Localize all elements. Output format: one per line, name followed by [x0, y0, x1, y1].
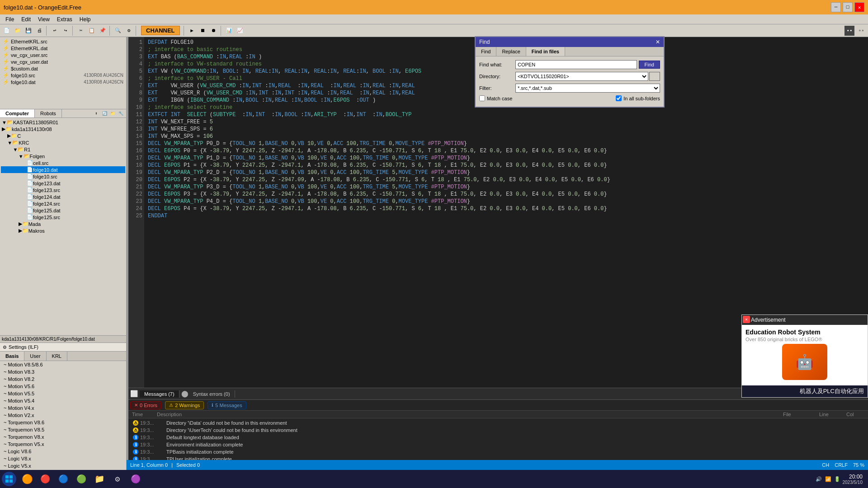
tree-item[interactable]: 📄 folge10.src: [1, 173, 125, 180]
file-item[interactable]: ⚡folge10.dat4130R08 AU426CN: [1, 79, 125, 85]
settings-item[interactable]: ~ Torquemon V8.6: [0, 419, 126, 426]
tab-messages[interactable]: Messages (7): [140, 390, 179, 398]
settings-tab-krl[interactable]: KRL: [47, 352, 67, 361]
file-item[interactable]: ⚡vw_cgx_user.src: [1, 52, 125, 58]
message-row[interactable]: ℹ19:3...Default longtext database loaded: [129, 434, 867, 441]
file-item[interactable]: ⚡vw_cgx_user.dat: [1, 58, 125, 65]
filter-select[interactable]: *.src,*.dat,*.sub: [515, 84, 660, 93]
find-tab-find[interactable]: Find: [476, 47, 496, 56]
tree-item[interactable]: ▶ 📁 Makros: [1, 227, 125, 234]
warnings-badge[interactable]: ⚠ 2 Warnings: [165, 401, 204, 409]
taskbar-item1[interactable]: 🟠: [18, 470, 36, 488]
settings-item[interactable]: ~ Motion V4.x: [0, 404, 126, 412]
settings-tab-user[interactable]: User: [24, 352, 46, 361]
tree-item[interactable]: ▼ 📂 R1: [1, 146, 125, 153]
ad-close-button[interactable]: ✕: [743, 316, 750, 323]
new-button[interactable]: 📄: [2, 26, 12, 36]
errors-badge[interactable]: ✕ 0 Errors: [130, 401, 161, 409]
tb-btn-extra2[interactable]: ⏹: [198, 26, 208, 36]
print-button[interactable]: 🖨: [34, 26, 44, 36]
taskbar-item6[interactable]: ⚙: [108, 470, 127, 488]
tree-item[interactable]: 📄 folge124.dat: [1, 193, 125, 200]
tb-btn-extra5[interactable]: 📈: [235, 26, 245, 36]
tree-item[interactable]: ▼ 📂 KRC: [1, 139, 125, 146]
subfolders-checkbox[interactable]: [616, 95, 622, 101]
find-close-button[interactable]: ✕: [656, 39, 660, 45]
tab-syntax-errors[interactable]: Syntax errors (0): [189, 390, 235, 398]
settings-tab-basis[interactable]: Basis: [0, 352, 24, 361]
find-tab-findinfiles[interactable]: Find in files: [526, 47, 565, 56]
search-button[interactable]: 🔍: [113, 26, 123, 36]
save-button[interactable]: 💾: [24, 26, 33, 36]
tree-item[interactable]: ▶ 📁 C: [1, 132, 125, 139]
tree-toolbar-btn2[interactable]: 🔄: [101, 110, 108, 117]
tree-item[interactable]: 📄 folge124.src: [1, 200, 125, 207]
start-button[interactable]: [2, 472, 16, 486]
minimize-button[interactable]: ─: [831, 2, 841, 12]
taskbar-item4[interactable]: 🟢: [72, 470, 90, 488]
message-row[interactable]: ⚠19:3...Directory '\Data' could not be f…: [129, 419, 867, 427]
tree-item[interactable]: 📄 folge123.dat: [1, 180, 125, 187]
message-row[interactable]: ⚠19:3...Directory '\UserTech' could not …: [129, 427, 867, 434]
taskbar-item5[interactable]: 📁: [90, 470, 108, 488]
file-item[interactable]: ⚡$custom.dat: [1, 65, 125, 72]
menu-view[interactable]: View: [34, 15, 53, 23]
tree-item[interactable]: 📄 folge125.src: [1, 214, 125, 221]
settings-button[interactable]: ⚙: [124, 26, 134, 36]
settings-item[interactable]: ~ Motion V5.4: [0, 397, 126, 404]
taskbar-item3[interactable]: 🔵: [54, 470, 72, 488]
message-row[interactable]: ℹ19:3...TPBasis initialization complete: [129, 448, 867, 455]
tb-btn-extra1[interactable]: ▶: [187, 26, 197, 36]
undo-button[interactable]: ↩: [50, 26, 60, 36]
menu-extras[interactable]: Extras: [53, 15, 76, 23]
settings-item[interactable]: ~ Motion V5.5: [0, 390, 126, 397]
messages-badge[interactable]: ℹ 5 Messages: [208, 401, 246, 409]
view-toggle1[interactable]: ▪▪: [844, 26, 854, 36]
taskbar-item2[interactable]: 🔴: [36, 470, 54, 488]
file-item[interactable]: ⚡EthernetKRL.dat: [1, 45, 125, 52]
copy-button[interactable]: 📋: [87, 26, 97, 36]
open-button[interactable]: 📁: [13, 26, 23, 36]
directory-select[interactable]: <KDTVOL115020R01>: [515, 72, 648, 81]
file-item[interactable]: ⚡folge10.src4130R08 AU426CN: [1, 72, 125, 79]
tree-item[interactable]: 📄 folge10.dat: [1, 166, 125, 173]
settings-item[interactable]: ~ Logic V8.x: [0, 455, 126, 462]
maximize-button[interactable]: □: [843, 2, 853, 12]
match-case-checkbox[interactable]: [479, 95, 485, 101]
tb-btn-extra3[interactable]: ⏺: [209, 26, 219, 36]
tree-item[interactable]: 📄 cell.src: [1, 160, 125, 166]
find-tab-replace[interactable]: Replace: [496, 47, 526, 56]
tree-item[interactable]: ▶ 📁 kda1a1314130r08: [1, 126, 125, 132]
browse-button[interactable]: ...: [649, 72, 660, 81]
tree-item[interactable]: 📄 folge125.dat: [1, 207, 125, 214]
channel-button[interactable]: CHANNEL: [141, 26, 180, 35]
settings-item[interactable]: ~ Motion V8.2: [0, 375, 126, 383]
cut-button[interactable]: ✂: [76, 26, 86, 36]
paste-button[interactable]: 📌: [98, 26, 108, 36]
close-button[interactable]: ✕: [854, 2, 864, 12]
menu-file[interactable]: File: [2, 15, 18, 23]
message-row[interactable]: ℹ19:3...Environment initialization compl…: [129, 441, 867, 448]
tree-toolbar-btn3[interactable]: 📁: [109, 110, 116, 117]
settings-item[interactable]: ~ Motion V2.x: [0, 412, 126, 419]
tab-computer[interactable]: Computer: [0, 109, 35, 117]
settings-item[interactable]: ~ Logic V8.6: [0, 448, 126, 455]
find-what-input[interactable]: [515, 60, 637, 69]
tree-item[interactable]: ▼ 📂 KASTAR113805R01: [1, 119, 125, 126]
tree-item[interactable]: ▶ 📁 Mada: [1, 221, 125, 227]
settings-item[interactable]: ~ Logic V5.x: [0, 462, 126, 469]
menu-edit[interactable]: Edit: [18, 15, 34, 23]
tab-robots[interactable]: Robots: [35, 109, 62, 117]
tree-toolbar-btn4[interactable]: 🔧: [117, 110, 124, 117]
menu-help[interactable]: Help: [76, 15, 94, 23]
tree-item[interactable]: ▼ 📂 Folgen: [1, 153, 125, 160]
file-item[interactable]: ⚡EthernetKRL.src: [1, 38, 125, 45]
settings-item[interactable]: ~ Torquemon V8.x: [0, 433, 126, 441]
redo-button[interactable]: ↪: [61, 26, 71, 36]
tree-item[interactable]: 📄 folge123.src: [1, 187, 125, 193]
find-button[interactable]: Find: [639, 61, 660, 69]
taskbar-item7[interactable]: 🟣: [127, 470, 145, 488]
settings-item[interactable]: ~ Torquemon V5.x: [0, 441, 126, 448]
settings-item[interactable]: ~ Motion V8.3: [0, 368, 126, 375]
view-toggle2[interactable]: ▫▫: [856, 26, 866, 36]
